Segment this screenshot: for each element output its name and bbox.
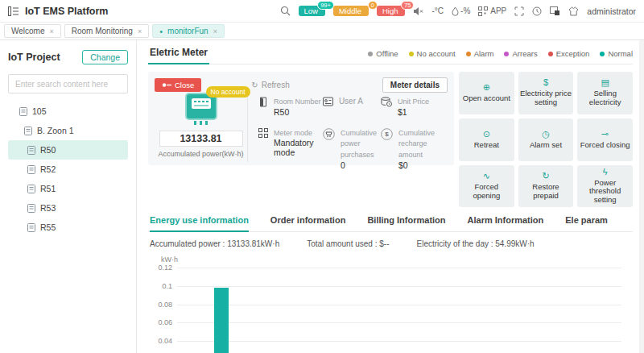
- refresh-icon: ↻: [251, 81, 258, 89]
- low-badge-label: Low: [304, 6, 318, 15]
- close-switch-button[interactable]: Close: [155, 78, 201, 92]
- action-label: Alarm set: [530, 141, 562, 150]
- meter-details-button[interactable]: Meter details: [382, 77, 448, 93]
- vertical-scrollbar[interactable]: [639, 40, 644, 353]
- action-forced-closing[interactable]: ⊸Forced closing: [577, 118, 633, 161]
- action-label: Retreat: [474, 141, 499, 150]
- tab-monitorfun[interactable]: • monitorFun ×: [152, 24, 225, 38]
- alarm-level-middle-badge[interactable]: Middle 0: [333, 6, 369, 17]
- legend-label: Alarm: [474, 49, 494, 58]
- app-label: APP: [490, 6, 506, 15]
- tab-monitorfun-label: monitorFun: [167, 27, 208, 35]
- tab-order-information[interactable]: Order information: [270, 215, 346, 231]
- action-forced-opening[interactable]: ∿Forced opening: [459, 165, 514, 208]
- selling-electricity-icon: ▤: [601, 78, 609, 87]
- temperature-indicator: -°C: [431, 6, 444, 15]
- tab-welcome[interactable]: Welcome ×: [4, 24, 61, 38]
- skin-shirt-icon[interactable]: [568, 6, 579, 16]
- meter-node-icon: [27, 223, 35, 232]
- meter-actions: ⊕Open account $Electricity price setting…: [459, 72, 633, 207]
- legend-alarm: Alarm: [466, 49, 494, 58]
- tab-welcome-label: Welcome: [11, 27, 45, 35]
- action-label: Power threshold setting: [579, 179, 631, 206]
- close-icon[interactable]: ×: [138, 27, 142, 35]
- field-value: Mandatory mode: [274, 138, 314, 157]
- forced-closing-icon: ⊸: [601, 130, 609, 139]
- project-sidebar: IoT Project Change 105 B. Zoon 1 R50 R52: [0, 40, 137, 353]
- price-setting-icon: $: [543, 78, 548, 87]
- refresh-label: Refresh: [262, 81, 290, 89]
- chart-plot-area: 00.020.040.060.080.10.1200:0001:0002:000…: [148, 253, 633, 353]
- bar-00:00[interactable]: [214, 288, 229, 353]
- tab-ele-param[interactable]: Ele param: [565, 215, 608, 231]
- alarm-level-low-badge[interactable]: Low 99+: [299, 6, 325, 17]
- energy-bar-chart: kW·h 00.020.040.060.080.10.1200:0001:000…: [148, 253, 633, 353]
- current-user[interactable]: administrator: [587, 6, 636, 16]
- meter-node-icon: [27, 185, 35, 193]
- door-icon: [258, 97, 268, 107]
- middle-badge-label: Middle: [339, 6, 361, 15]
- tree-item-r50[interactable]: R50: [8, 140, 128, 160]
- user-card-icon: [323, 97, 333, 106]
- field-label: Cumulative recharge amount: [398, 129, 435, 159]
- action-electricity-price-setting[interactable]: $Electricity price setting: [518, 72, 574, 114]
- clock-icon[interactable]: [532, 6, 542, 16]
- action-label: Restore prepaid: [520, 183, 572, 201]
- field-value: $1: [398, 107, 407, 117]
- refresh-button[interactable]: ↻ Refresh: [251, 81, 289, 89]
- search-icon[interactable]: [280, 6, 291, 16]
- action-alarm-set[interactable]: ◷Alarm set: [518, 118, 574, 161]
- tree-item-r52[interactable]: R52: [8, 160, 128, 179]
- tab-room-monitoring[interactable]: Room Monitoring ×: [64, 24, 149, 38]
- field-unit-price: Unit Price$1: [381, 96, 448, 117]
- action-label: Electricity price setting: [520, 89, 572, 107]
- tab-billing-information[interactable]: Billing Information: [367, 215, 445, 231]
- info-tabs: Energy use information Order information…: [148, 215, 633, 232]
- close-icon[interactable]: ×: [50, 27, 54, 35]
- field-label: Room Number: [274, 98, 321, 106]
- tab-energy-use-information[interactable]: Energy use information: [150, 215, 249, 232]
- dollar-coin-icon: $: [381, 128, 393, 140]
- tab-electric-meter[interactable]: Eletric Meter: [148, 45, 209, 64]
- speaker-mute-icon[interactable]: [413, 6, 423, 16]
- menu-icon[interactable]: [8, 6, 19, 16]
- exception-dot-icon: [548, 52, 553, 56]
- tree-item-r51[interactable]: R51: [8, 179, 128, 198]
- meter-illustration: No account: [185, 93, 217, 125]
- stat-total-amount-used: Total amount used : $--: [307, 239, 389, 248]
- action-selling-electricity[interactable]: ▤Selling electricity: [577, 72, 633, 114]
- main-content: Eletric Meter Offline No account Alarm A…: [137, 40, 639, 353]
- app-title: IoT EMS Platform: [25, 6, 108, 17]
- action-open-account[interactable]: ⊕Open account: [459, 72, 514, 114]
- action-retreat[interactable]: ⊙Retreat: [459, 118, 514, 161]
- tree-item-r55[interactable]: R55: [8, 218, 128, 237]
- legend-offline: Offline: [368, 49, 398, 58]
- qr-code-icon: [478, 6, 488, 16]
- close-icon[interactable]: ×: [213, 27, 217, 35]
- change-project-button[interactable]: Change: [82, 50, 128, 64]
- field-label: User A: [339, 97, 363, 106]
- meter-node-icon: [19, 107, 27, 116]
- theme-layers-icon[interactable]: [550, 6, 560, 16]
- tree-item-r53[interactable]: R53: [8, 198, 128, 218]
- legend-label: Exception: [556, 49, 590, 58]
- humidity-indicator: -%: [460, 6, 470, 15]
- action-restore-prepaid[interactable]: ↻Restore prepaid: [518, 165, 574, 208]
- open-account-icon: ⊕: [483, 83, 490, 92]
- tree-item-b-zoon-1[interactable]: B. Zoon 1: [8, 121, 128, 140]
- legend-exception: Exception: [548, 49, 590, 58]
- alarm-level-high-badge[interactable]: High 75: [377, 6, 406, 17]
- stat-accumulated-power: Accumulated power : 13133.81kW·h: [150, 239, 279, 248]
- tab-alarm-information[interactable]: Alarm Information: [468, 215, 544, 231]
- offline-dot-icon: [368, 52, 373, 56]
- action-label: Open account: [463, 94, 510, 103]
- sidebar-search-input[interactable]: [8, 74, 128, 93]
- tab-room-monitoring-label: Room Monitoring: [72, 27, 133, 35]
- legend-label: Offline: [376, 49, 398, 58]
- action-power-threshold-setting[interactable]: ϟPower threshold setting: [577, 165, 633, 208]
- fullscreen-icon[interactable]: [514, 6, 524, 16]
- sidebar-title: IoT Project: [8, 52, 60, 63]
- app-qr-button[interactable]: APP: [478, 6, 506, 16]
- high-badge-count: 75: [401, 1, 414, 10]
- tree-item-105[interactable]: 105: [8, 102, 128, 121]
